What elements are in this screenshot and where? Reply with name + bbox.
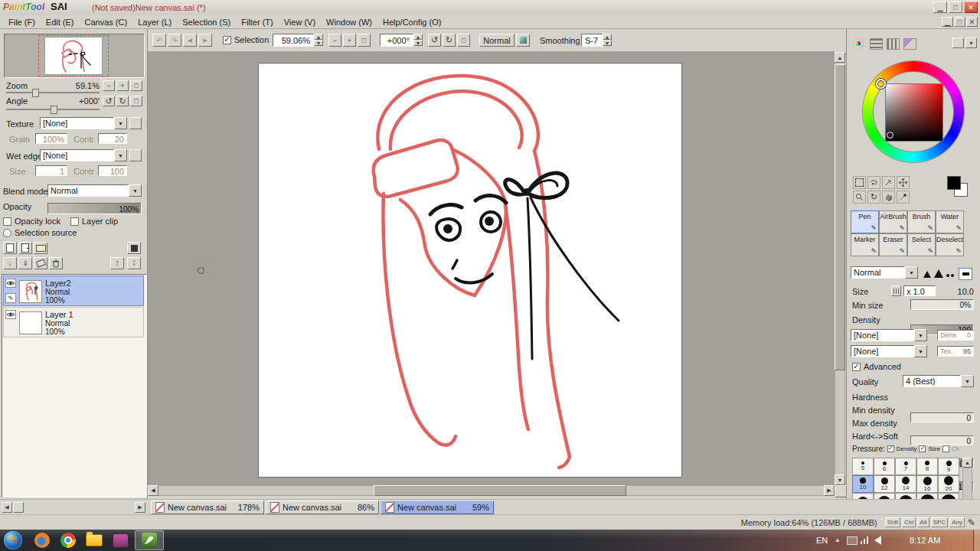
panel-scroll-blank[interactable] <box>13 502 24 513</box>
advanced-toggle[interactable]: Advanced <box>852 362 901 371</box>
vertical-scroll-thumb[interactable] <box>835 64 845 370</box>
document-tab-1[interactable]: New canvas.sai 178% <box>151 500 264 514</box>
rotate-tool-icon[interactable] <box>867 191 880 204</box>
maximize-button[interactable] <box>949 2 962 13</box>
language-indicator[interactable]: EN <box>816 536 828 545</box>
taskbar-chrome-icon[interactable] <box>57 531 80 549</box>
size-cell-12[interactable]: 12 <box>874 475 895 493</box>
sv-square[interactable] <box>885 83 943 142</box>
size-cell-20[interactable]: 20 <box>938 475 959 493</box>
tool-deselect[interactable]: Deselect <box>936 233 964 256</box>
menu-view[interactable]: View (V) <box>279 18 321 27</box>
color-wheel-tab-icon[interactable] <box>853 38 864 49</box>
brush-tip-dots[interactable] <box>946 274 954 277</box>
view-mode-button[interactable] <box>516 34 530 47</box>
brush-tip-selected[interactable] <box>959 268 972 280</box>
hand-tool-icon[interactable] <box>882 191 895 204</box>
tool-pen[interactable]: Pen <box>851 210 879 233</box>
tool-airbrush[interactable]: AirBrush <box>879 210 907 233</box>
menu-layer[interactable]: Layer (L) <box>132 18 177 27</box>
document-tab-3[interactable]: New canvas.sai 59% <box>381 500 494 514</box>
child-restore-button[interactable] <box>954 17 965 27</box>
sv-marker[interactable] <box>887 132 893 139</box>
zoom-reset-button[interactable] <box>130 80 142 91</box>
clear-layer-button[interactable] <box>34 257 47 269</box>
pressure-size-checkbox[interactable] <box>919 445 926 452</box>
selection-source-radio[interactable]: Selection source <box>3 228 77 237</box>
angle-combo[interactable]: +000° <box>380 34 413 47</box>
angle-spinner[interactable] <box>413 34 423 47</box>
texture-extra-button[interactable] <box>129 117 142 129</box>
close-button[interactable] <box>964 2 978 13</box>
transfer-down-button[interactable] <box>3 257 17 269</box>
open-folder-button[interactable] <box>34 242 47 254</box>
scroll-left-button[interactable] <box>148 485 158 496</box>
menu-canvas[interactable]: Canvas (C) <box>80 18 133 27</box>
brush-mode-dropdown[interactable]: Normal <box>851 266 918 279</box>
taskbar-sai-active[interactable] <box>135 530 164 550</box>
redo-button[interactable] <box>168 34 181 47</box>
texture-dropdown-arrow[interactable] <box>114 117 127 129</box>
show-desktop-button[interactable] <box>973 530 980 551</box>
hardness-slider[interactable]: 0 <box>910 412 974 422</box>
brush-tip-triangle-large[interactable] <box>934 269 943 278</box>
navigator[interactable] <box>4 34 145 78</box>
new-layer-button[interactable] <box>3 242 17 254</box>
smoothing-combo[interactable]: S-7 <box>581 34 603 47</box>
layer-clip-checkbox[interactable]: Layer clip <box>70 217 118 226</box>
panel-scroll-right[interactable] <box>135 502 145 513</box>
merge-down-button[interactable] <box>18 257 32 269</box>
menu-file[interactable]: File (F) <box>3 18 41 27</box>
rotate-cw-button[interactable] <box>116 96 129 106</box>
clock[interactable]: 8:12 AM <box>910 536 940 545</box>
tray-icon-network[interactable] <box>861 536 869 544</box>
panel-option-button-1[interactable] <box>952 37 964 48</box>
quality-dropdown[interactable]: 4 (Best) <box>903 375 974 387</box>
foreground-color-swatch[interactable] <box>947 176 961 190</box>
zoom-slider-thumb[interactable] <box>32 89 39 97</box>
hue-marker[interactable] <box>876 79 886 89</box>
size-cell-9[interactable]: 9 <box>938 458 959 475</box>
start-button[interactable] <box>4 531 22 549</box>
undo-button[interactable] <box>152 34 166 47</box>
size-cell-7[interactable]: 7 <box>895 458 916 475</box>
size-unit-button[interactable] <box>891 285 901 296</box>
wet-edge-dropdown[interactable]: [None] <box>40 149 127 161</box>
horizontal-scroll-thumb[interactable] <box>374 485 626 496</box>
palette-scroll-up[interactable] <box>962 458 972 468</box>
size-cell-14[interactable]: 14 <box>895 475 916 493</box>
toolbar-angle-reset-button[interactable] <box>457 34 470 47</box>
child-minimize-button[interactable] <box>942 17 953 27</box>
color-wheel[interactable] <box>863 61 964 162</box>
color-swatch-pair[interactable] <box>947 176 969 197</box>
blend-mode-dropdown-arrow[interactable] <box>129 184 142 197</box>
layer-row-layer1[interactable]: Layer 1 Normal 100% <box>3 307 144 337</box>
tool-water[interactable]: Water <box>936 210 964 233</box>
brush-texture-dropdown-2[interactable]: [None] <box>851 345 927 357</box>
delete-layer-button[interactable] <box>49 257 63 269</box>
taskbar-media-icon[interactable] <box>109 531 132 549</box>
brush-tip-triangle-small[interactable] <box>923 271 931 278</box>
toolbar-zoom-out-button[interactable] <box>328 34 341 47</box>
texture-dropdown[interactable]: [None] <box>40 117 127 129</box>
menu-help[interactable]: Help/Config (O) <box>377 18 446 27</box>
zoom-in-button[interactable] <box>116 80 129 91</box>
opacity-lock-box[interactable] <box>3 217 11 226</box>
layer-clip-box[interactable] <box>70 217 79 226</box>
size-cell-16[interactable]: 16 <box>916 475 938 493</box>
quality-arrow[interactable] <box>961 375 974 387</box>
tool-select[interactable]: Select <box>907 233 936 256</box>
document-tab-2[interactable]: New canvas.sai 86% <box>266 500 379 514</box>
size-cell-6[interactable]: 6 <box>874 458 895 475</box>
selection-toggle[interactable]: Selection <box>223 35 269 44</box>
zoom-combo[interactable]: 59.06% <box>273 34 314 47</box>
minimize-button[interactable] <box>933 2 947 13</box>
tray-icon-volume[interactable] <box>874 536 881 545</box>
prev-button[interactable] <box>183 34 197 47</box>
opacity-slider[interactable]: 100% <box>47 203 142 214</box>
selection-source-circle[interactable] <box>3 229 11 237</box>
brush-mode-arrow[interactable] <box>905 266 918 279</box>
panel-scroll-left[interactable] <box>2 502 12 513</box>
size-multiplier[interactable]: x 1.0 <box>903 285 936 296</box>
tool-eraser[interactable]: Eraser <box>879 233 907 256</box>
